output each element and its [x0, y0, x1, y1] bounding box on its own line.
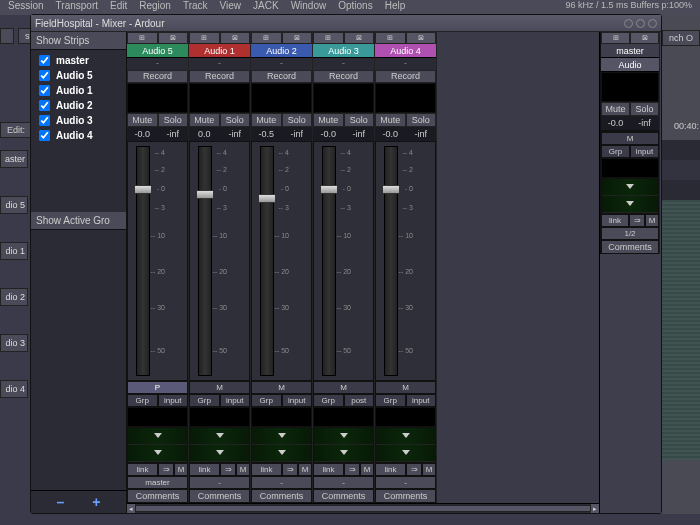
redirect-box[interactable]	[189, 83, 250, 113]
pan-slider[interactable]	[190, 428, 249, 445]
peak-display[interactable]: -inf	[220, 127, 251, 141]
pan-link-button[interactable]: link	[601, 214, 629, 227]
pan-mode-button[interactable]: M	[422, 463, 436, 476]
pan-slider[interactable]	[376, 445, 435, 462]
peak-display[interactable]: -inf	[406, 127, 437, 141]
menu-transport[interactable]: Transport	[56, 0, 98, 11]
redirect-box[interactable]	[251, 83, 312, 113]
pan-link-button[interactable]: link	[313, 463, 344, 476]
menu-edit[interactable]: Edit	[110, 0, 127, 11]
close-icon[interactable]	[648, 19, 657, 28]
gain-display[interactable]: -0.5	[251, 127, 282, 141]
track-audio5[interactable]: dio 5	[0, 196, 28, 214]
menu-options[interactable]: Options	[338, 0, 372, 11]
pan-slider[interactable]	[376, 428, 435, 445]
strip-list-item[interactable]: Audio 4	[31, 128, 126, 143]
record-button[interactable]: Record	[375, 70, 436, 83]
mute-button[interactable]: Mute	[375, 113, 406, 127]
strip-narrow-button[interactable]: ⊞	[313, 32, 344, 44]
track-master[interactable]: aster	[0, 150, 28, 168]
pan-slider[interactable]	[190, 445, 249, 462]
scroll-right-icon[interactable]: ▸	[591, 504, 599, 513]
strip-hide-button[interactable]: ⊠	[158, 32, 189, 44]
peak-display[interactable]: -inf	[344, 127, 375, 141]
input-button[interactable]: input	[220, 394, 251, 407]
strip-list-item[interactable]: Audio 5	[31, 68, 126, 83]
track-audio3[interactable]: dio 3	[0, 334, 28, 352]
pan-slider[interactable]	[602, 196, 658, 213]
comments-button[interactable]: Comments	[601, 240, 659, 254]
pan-slider[interactable]	[602, 179, 658, 196]
input-button[interactable]: input	[158, 394, 189, 407]
strip-name[interactable]: Audio 3	[313, 44, 374, 58]
remove-group-button[interactable]: –	[57, 494, 65, 510]
track-audio1[interactable]: dio 1	[0, 242, 28, 260]
track-audio4[interactable]: dio 4	[0, 380, 28, 398]
mute-button[interactable]: Mute	[127, 113, 158, 127]
group-button[interactable]: Grp	[601, 145, 630, 158]
post-redirect-box[interactable]	[375, 407, 436, 427]
pan-link-button[interactable]: link	[375, 463, 406, 476]
output-button[interactable]: 1/2	[601, 227, 659, 240]
panner[interactable]	[189, 427, 250, 463]
add-group-button[interactable]: +	[92, 494, 100, 510]
strip-name[interactable]: master	[601, 44, 659, 58]
strip-audio-label[interactable]: Audio	[601, 58, 659, 72]
redirect-box[interactable]	[375, 83, 436, 113]
pan-link-arrow-icon[interactable]: ⇒	[629, 214, 645, 227]
solo-button[interactable]: Solo	[344, 113, 375, 127]
route-indicator[interactable]: M	[601, 132, 659, 145]
strip-name[interactable]: Audio 2	[251, 44, 312, 58]
strip-hide-button[interactable]: ⊠	[220, 32, 251, 44]
h-scrollbar[interactable]: ◂ ▸	[127, 503, 599, 513]
record-button[interactable]: Record	[189, 70, 250, 83]
menu-region[interactable]: Region	[139, 0, 171, 11]
strip-visible-checkbox[interactable]	[39, 100, 50, 111]
peak-display[interactable]: -inf	[630, 116, 659, 130]
pan-link-button[interactable]: link	[251, 463, 282, 476]
panner[interactable]	[375, 427, 436, 463]
output-button[interactable]: -	[313, 476, 374, 489]
solo-button[interactable]: Solo	[630, 102, 659, 116]
mute-button[interactable]: Mute	[189, 113, 220, 127]
pan-link-arrow-icon[interactable]: ⇒	[406, 463, 422, 476]
pan-link-button[interactable]: link	[189, 463, 220, 476]
strip-visible-checkbox[interactable]	[39, 55, 50, 66]
post-redirect-box[interactable]	[127, 407, 188, 427]
strip-list-item[interactable]: Audio 1	[31, 83, 126, 98]
strip-list-item[interactable]: Audio 3	[31, 113, 126, 128]
route-indicator[interactable]: M	[251, 381, 312, 394]
post-redirect-box[interactable]	[251, 407, 312, 427]
panner[interactable]	[601, 178, 659, 214]
input-button[interactable]: input	[630, 145, 659, 158]
group-button[interactable]: Grp	[189, 394, 220, 407]
strip-visible-checkbox[interactable]	[39, 85, 50, 96]
pan-mode-button[interactable]: M	[645, 214, 659, 227]
strip-visible-checkbox[interactable]	[39, 70, 50, 81]
solo-button[interactable]: Solo	[158, 113, 189, 127]
pan-link-arrow-icon[interactable]: ⇒	[282, 463, 298, 476]
fader-knob[interactable]	[608, 131, 626, 132]
solo-button[interactable]: Solo	[282, 113, 313, 127]
strip-hide-button[interactable]: ⊠	[282, 32, 313, 44]
gain-display[interactable]: 0.0	[189, 127, 220, 141]
max-icon[interactable]	[636, 19, 645, 28]
pan-link-button[interactable]: link	[127, 463, 158, 476]
input-button[interactable]: post	[344, 394, 375, 407]
peak-display[interactable]: -inf	[282, 127, 313, 141]
panner[interactable]	[251, 427, 312, 463]
strip-name[interactable]: Audio 4	[375, 44, 436, 58]
post-redirect-box[interactable]	[313, 407, 374, 427]
input-button[interactable]: input	[282, 394, 313, 407]
pan-slider[interactable]	[128, 428, 187, 445]
pan-link-arrow-icon[interactable]: ⇒	[344, 463, 360, 476]
strip-narrow-button[interactable]: ⊞	[601, 32, 630, 44]
mute-button[interactable]: Mute	[251, 113, 282, 127]
strip-hide-button[interactable]: ⊠	[406, 32, 437, 44]
menu-track[interactable]: Track	[183, 0, 208, 11]
pan-mode-button[interactable]: M	[174, 463, 188, 476]
titlebar[interactable]: FieldHospital - Mixer - Ardour	[31, 15, 661, 32]
scroll-thumb[interactable]	[135, 505, 591, 512]
group-button[interactable]: Grp	[251, 394, 282, 407]
output-button[interactable]: -	[375, 476, 436, 489]
